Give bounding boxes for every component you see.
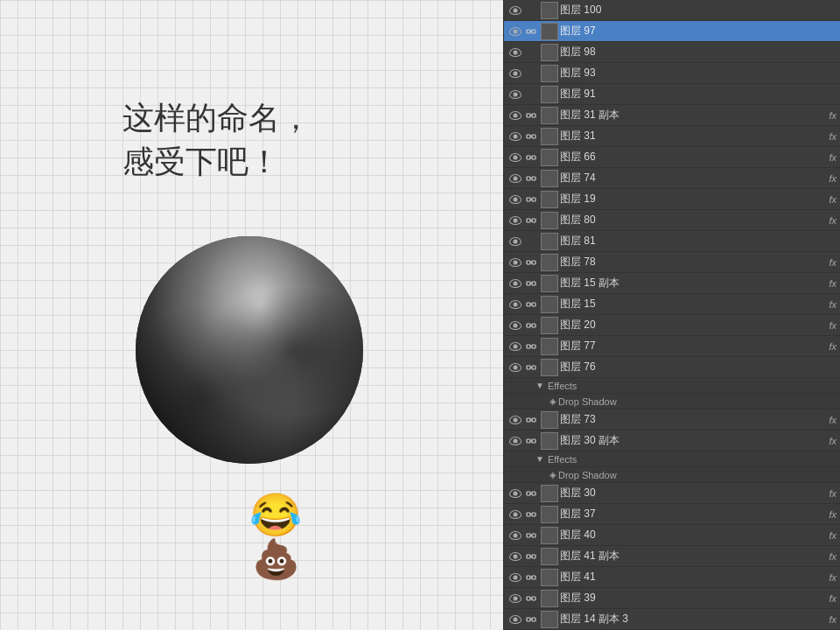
svg-rect-24 — [527, 282, 530, 285]
layer-name: 图层 41 副本 — [560, 549, 825, 564]
layer-row[interactable]: 图层 20 fx — [504, 315, 840, 336]
layer-row[interactable]: 图层 41 副本 fx — [504, 546, 840, 567]
link-icon[interactable] — [525, 487, 537, 500]
layer-name: 图层 97 — [560, 24, 836, 38]
visibility-icon[interactable] — [508, 507, 523, 522]
layer-row[interactable]: 图层 81 — [504, 231, 840, 252]
svg-rect-12 — [527, 177, 530, 180]
layer-row[interactable]: 图层 76 — [504, 357, 840, 378]
link-icon[interactable] — [525, 508, 537, 521]
layers-panel[interactable]: 图层 100 图层 97 图层 98 图层 93 图层 91 — [503, 0, 840, 630]
visibility-icon[interactable] — [508, 234, 523, 249]
link-icon[interactable] — [525, 550, 537, 563]
layer-thumbnail — [541, 590, 558, 607]
fx-badge: fx — [829, 530, 836, 541]
link-icon[interactable] — [525, 130, 537, 143]
svg-rect-6 — [527, 135, 530, 138]
layer-row[interactable]: 图层 73 fx — [504, 410, 840, 430]
visibility-icon[interactable] — [508, 108, 523, 123]
layer-row[interactable]: 图层 31 fx — [504, 126, 840, 147]
visibility-icon[interactable] — [508, 360, 523, 375]
visibility-icon[interactable] — [508, 297, 523, 312]
layer-row[interactable]: 图层 74 fx — [504, 168, 840, 189]
link-icon[interactable] — [525, 298, 537, 311]
layer-thumbnail — [541, 170, 558, 187]
link-icon[interactable] — [525, 214, 537, 227]
layer-row[interactable]: 图层 15 fx — [504, 294, 840, 315]
visibility-icon[interactable] — [508, 45, 523, 60]
link-icon[interactable] — [525, 435, 537, 447]
link-icon[interactable] — [525, 193, 537, 206]
link-icon[interactable] — [525, 613, 537, 626]
visibility-icon[interactable] — [508, 339, 523, 354]
layer-row[interactable]: 图层 15 副本 fx — [504, 273, 840, 294]
layer-row[interactable]: 图层 66 fx — [504, 147, 840, 168]
visibility-icon[interactable] — [508, 412, 523, 428]
layer-row[interactable]: 图层 97 — [504, 21, 840, 42]
svg-rect-49 — [532, 513, 536, 516]
visibility-icon[interactable] — [508, 549, 523, 564]
visibility-icon[interactable] — [508, 3, 523, 18]
link-icon[interactable] — [525, 529, 537, 542]
layer-row[interactable]: 图层 31 副本 fx — [504, 105, 840, 126]
visibility-icon[interactable] — [508, 213, 523, 228]
link-icon[interactable] — [525, 109, 537, 122]
visibility-icon[interactable] — [508, 24, 523, 39]
fx-badge: fx — [829, 509, 836, 520]
layer-row[interactable]: 图层 19 fx — [504, 189, 840, 210]
link-icon[interactable] — [525, 319, 537, 332]
fx-badge: fx — [829, 131, 836, 142]
layer-row[interactable]: 图层 100 — [504, 0, 840, 21]
link-icon[interactable] — [525, 361, 537, 374]
link-icon[interactable] — [525, 340, 537, 353]
link-icon[interactable] — [525, 25, 537, 38]
visibility-icon[interactable] — [508, 570, 523, 585]
svg-rect-18 — [527, 219, 530, 222]
visibility-icon[interactable] — [508, 150, 523, 165]
visibility-icon[interactable] — [508, 255, 523, 270]
fx-badge: fx — [829, 278, 836, 289]
layer-row[interactable]: 图层 14 副本 3 fx — [504, 609, 840, 630]
link-icon[interactable] — [525, 571, 537, 584]
layer-name: 图层 40 — [560, 528, 825, 542]
visibility-icon[interactable] — [508, 318, 523, 333]
layer-row[interactable]: 图层 77 fx — [504, 336, 840, 357]
link-icon[interactable] — [525, 592, 537, 605]
visibility-icon[interactable] — [508, 433, 523, 449]
layer-row[interactable]: 图层 93 — [504, 63, 840, 84]
svg-rect-13 — [532, 177, 536, 180]
canvas-text-line1: 这样的命名， — [122, 100, 312, 136]
fx-badge: fx — [829, 341, 836, 352]
visibility-icon[interactable] — [508, 486, 523, 501]
visibility-icon[interactable] — [508, 192, 523, 207]
link-icon[interactable] — [525, 151, 537, 164]
layer-row[interactable]: 图层 98 — [504, 42, 840, 63]
layer-row[interactable]: 图层 40 fx — [504, 525, 840, 546]
drop-shadow-label2: Drop Shadow — [558, 470, 617, 480]
visibility-icon[interactable] — [508, 87, 523, 102]
link-icon[interactable] — [525, 277, 537, 290]
layer-row[interactable]: 图层 41 fx — [504, 567, 840, 588]
layer-row[interactable]: 图层 80 fx — [504, 210, 840, 231]
layer-row[interactable]: 图层 30 副本 fx — [504, 430, 840, 452]
layer-row[interactable]: 图层 39 fx — [504, 588, 840, 609]
layer-row[interactable]: 图层 91 — [504, 84, 840, 105]
link-icon[interactable] — [525, 172, 537, 185]
link-icon[interactable] — [525, 414, 537, 426]
layer-row[interactable]: 图层 37 fx — [504, 504, 840, 525]
layer-thumbnail — [541, 611, 558, 628]
svg-rect-4 — [532, 114, 536, 117]
visibility-icon[interactable] — [508, 66, 523, 81]
visibility-icon[interactable] — [508, 129, 523, 144]
link-icon[interactable] — [525, 256, 537, 269]
layer-row[interactable]: 图层 78 fx — [504, 252, 840, 273]
visibility-icon[interactable] — [508, 591, 523, 606]
layer-row[interactable]: 图层 30 fx — [504, 483, 840, 504]
visibility-icon[interactable] — [508, 528, 523, 543]
visibility-icon[interactable] — [508, 276, 523, 291]
svg-rect-1 — [532, 30, 536, 33]
visibility-icon[interactable] — [508, 171, 523, 186]
svg-rect-52 — [532, 534, 536, 537]
visibility-icon[interactable] — [508, 612, 523, 627]
layer-thumbnail — [541, 212, 558, 229]
